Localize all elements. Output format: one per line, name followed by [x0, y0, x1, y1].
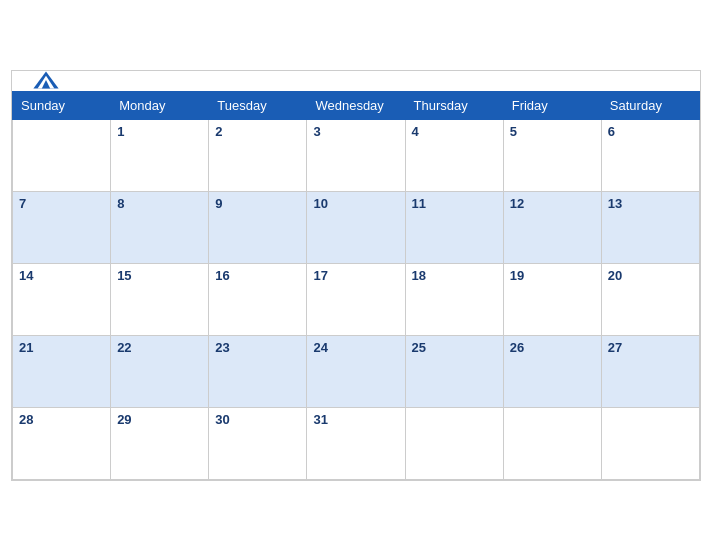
day-cell-30: 30	[209, 407, 307, 479]
weekday-header-thursday: Thursday	[405, 91, 503, 119]
day-cell-29: 29	[111, 407, 209, 479]
day-cell-22: 22	[111, 335, 209, 407]
week-row-1: 123456	[13, 119, 700, 191]
day-cell-2: 2	[209, 119, 307, 191]
day-cell-13: 13	[601, 191, 699, 263]
day-cell-17: 17	[307, 263, 405, 335]
empty-cell	[601, 407, 699, 479]
day-cell-3: 3	[307, 119, 405, 191]
day-cell-8: 8	[111, 191, 209, 263]
day-cell-23: 23	[209, 335, 307, 407]
week-row-5: 28293031	[13, 407, 700, 479]
day-cell-7: 7	[13, 191, 111, 263]
day-cell-27: 27	[601, 335, 699, 407]
day-cell-16: 16	[209, 263, 307, 335]
week-row-2: 78910111213	[13, 191, 700, 263]
weekday-header-saturday: Saturday	[601, 91, 699, 119]
day-cell-12: 12	[503, 191, 601, 263]
weekday-header-wednesday: Wednesday	[307, 91, 405, 119]
weekday-header-friday: Friday	[503, 91, 601, 119]
week-row-3: 14151617181920	[13, 263, 700, 335]
day-cell-26: 26	[503, 335, 601, 407]
day-cell-25: 25	[405, 335, 503, 407]
day-cell-24: 24	[307, 335, 405, 407]
day-cell-31: 31	[307, 407, 405, 479]
empty-cell	[503, 407, 601, 479]
day-cell-20: 20	[601, 263, 699, 335]
weekday-header-row: SundayMondayTuesdayWednesdayThursdayFrid…	[13, 91, 700, 119]
day-cell-15: 15	[111, 263, 209, 335]
weekday-header-monday: Monday	[111, 91, 209, 119]
weekday-header-sunday: Sunday	[13, 91, 111, 119]
calendar-header	[12, 71, 700, 91]
week-row-4: 21222324252627	[13, 335, 700, 407]
day-cell-10: 10	[307, 191, 405, 263]
day-cell-1: 1	[111, 119, 209, 191]
day-cell-4: 4	[405, 119, 503, 191]
day-cell-5: 5	[503, 119, 601, 191]
empty-cell	[405, 407, 503, 479]
day-cell-28: 28	[13, 407, 111, 479]
logo-icon	[32, 70, 60, 90]
logo-area	[32, 70, 60, 92]
calendar-grid: SundayMondayTuesdayWednesdayThursdayFrid…	[12, 91, 700, 480]
day-cell-19: 19	[503, 263, 601, 335]
day-cell-9: 9	[209, 191, 307, 263]
day-cell-18: 18	[405, 263, 503, 335]
calendar-container: SundayMondayTuesdayWednesdayThursdayFrid…	[11, 70, 701, 481]
day-cell-11: 11	[405, 191, 503, 263]
day-cell-21: 21	[13, 335, 111, 407]
day-cell-14: 14	[13, 263, 111, 335]
weekday-header-tuesday: Tuesday	[209, 91, 307, 119]
empty-cell	[13, 119, 111, 191]
day-cell-6: 6	[601, 119, 699, 191]
